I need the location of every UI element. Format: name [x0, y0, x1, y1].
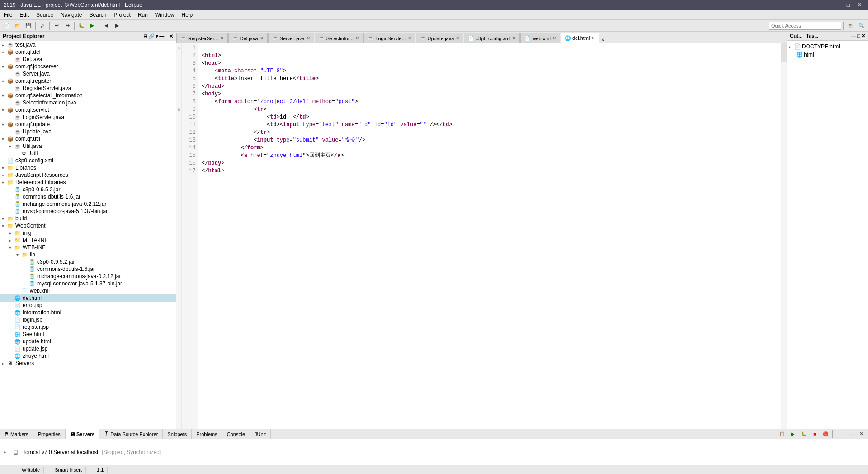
tree-item[interactable]: 🫙mchange-commons-java-0.2.12.jar: [0, 200, 176, 208]
server-row[interactable]: ▸ 🖥 Tomcat v7.0 Server at localhost [Sto…: [2, 448, 866, 457]
new-server-button[interactable]: 📋: [777, 429, 787, 439]
tab-snippets[interactable]: Snippets: [163, 429, 192, 439]
tab-c3p0config[interactable]: 📄 c3p0-config.xml ✕: [464, 33, 520, 43]
new-button[interactable]: 📄: [2, 21, 12, 31]
tree-item[interactable]: ⚙Util: [0, 150, 176, 157]
tab-close-button[interactable]: ✕: [512, 36, 516, 41]
menu-source[interactable]: Source: [33, 11, 57, 19]
undo-button[interactable]: ↩: [52, 21, 61, 31]
tab-webxml[interactable]: 📄 web.xml ✕: [520, 33, 560, 43]
tree-item[interactable]: ▾📦com.qf.servlet: [0, 106, 176, 114]
tree-item[interactable]: ☕LoginServlet.java: [0, 114, 176, 121]
tree-item[interactable]: ▾📁WEB-INF: [0, 244, 176, 251]
tree-item[interactable]: 📄error.jsp: [0, 302, 176, 309]
tab-close-button[interactable]: ✕: [220, 36, 224, 41]
print-button[interactable]: 🖨: [38, 21, 47, 31]
tab-close-button[interactable]: ✕: [552, 36, 556, 41]
tree-item[interactable]: ▸🖥Servers: [0, 360, 176, 367]
tab-close-button[interactable]: ✕: [307, 36, 310, 41]
tab-deljava[interactable]: ☕ Del.java ✕: [228, 33, 268, 43]
tab-problems[interactable]: Problems: [192, 429, 222, 439]
tree-item[interactable]: 📄web.xml: [0, 287, 176, 294]
maximize-bottom-button[interactable]: □: [845, 429, 855, 439]
tree-item[interactable]: ▾📦com.qf.del: [0, 48, 176, 56]
outline-item-html[interactable]: 🌐 html: [789, 51, 866, 59]
tab-serverjava[interactable]: ☕ Server.java ✕: [268, 33, 314, 43]
stop-server-button[interactable]: ■: [810, 429, 820, 439]
tree-item[interactable]: 📄login.jsp: [0, 316, 176, 323]
outline-item-doctype[interactable]: ▸ 📄 DOCTYPE:html: [789, 43, 866, 51]
code-content[interactable]: <html> <head> <meta charset="UTF-8"> <ti…: [198, 43, 781, 429]
tree-item[interactable]: ▾📁lib: [0, 251, 176, 258]
disconnect-server-button[interactable]: ⛔: [821, 429, 830, 439]
tree-item[interactable]: ☕SelectInformation.java: [0, 99, 176, 106]
perspective-java-button[interactable]: ☕: [845, 21, 855, 31]
debug-button[interactable]: 🐛: [76, 21, 86, 31]
tree-item[interactable]: ▾📦com.qf.register: [0, 77, 176, 85]
panel-menu-button[interactable]: ▾: [156, 33, 158, 39]
tree-item[interactable]: ▾📁WebContent: [0, 222, 176, 229]
tree-item[interactable]: ☕Del.java: [0, 56, 176, 63]
tree-item[interactable]: 🌐See.html: [0, 331, 176, 338]
tree-item[interactable]: ▸📁META-INF: [0, 237, 176, 244]
redo-button[interactable]: ↪: [62, 21, 72, 31]
tab-close-button[interactable]: ✕: [355, 36, 359, 41]
tree-item[interactable]: ☕Update.java: [0, 128, 176, 135]
close-panel-button[interactable]: ✕: [169, 33, 173, 39]
tree-item[interactable]: 🫙commons-dbutils-1.6.jar: [0, 193, 176, 200]
tree-item[interactable]: ▾📦com.qf.selectall_information: [0, 92, 176, 99]
tree-item[interactable]: 📄update.jsp: [0, 345, 176, 352]
tab-updatejava[interactable]: ☕ Update.java ✕: [416, 33, 464, 43]
start-server-button[interactable]: ▶: [788, 429, 798, 439]
quick-access-input[interactable]: [769, 22, 841, 30]
menu-help[interactable]: Help: [178, 11, 197, 19]
menu-window[interactable]: Window: [151, 11, 178, 19]
tree-item[interactable]: ▾☕Util.java: [0, 142, 176, 150]
tab-console[interactable]: Console: [222, 429, 250, 439]
tree-item[interactable]: ☕Server.java: [0, 70, 176, 77]
maximize-panel-button[interactable]: □: [165, 33, 168, 39]
tree-item[interactable]: ▸☕test.java: [0, 41, 176, 48]
menu-file[interactable]: File: [0, 11, 16, 19]
debug-server-button[interactable]: 🐛: [799, 429, 809, 439]
tree-item[interactable]: 🌐del.html: [0, 294, 176, 302]
tree-item[interactable]: ▾📁Referenced Libraries: [0, 179, 176, 186]
tab-selectinfor[interactable]: ☕ Selectinfor... ✕: [315, 33, 363, 43]
menu-search[interactable]: Search: [85, 11, 110, 19]
tab-properties[interactable]: Properties: [33, 429, 66, 439]
window-controls[interactable]: — □ ✕: [831, 2, 864, 8]
outline-close-button[interactable]: ✕: [861, 33, 865, 39]
prev-button[interactable]: ◀: [101, 21, 111, 31]
tab-close-button[interactable]: ✕: [591, 36, 595, 41]
tab-close-button[interactable]: ✕: [260, 36, 264, 41]
tree-item[interactable]: 🫙c3p0-0.9.5.2.jar: [0, 258, 176, 265]
collapse-all-button[interactable]: ⊟: [143, 33, 147, 39]
tree-item[interactable]: 🫙mchange-commons-java-0.2.12.jar: [0, 273, 176, 280]
outline-maximize-button[interactable]: □: [857, 33, 860, 39]
menu-project[interactable]: Project: [110, 11, 134, 19]
tree-item[interactable]: ▾📦com.qf.util: [0, 135, 176, 142]
tree-item[interactable]: ☕RegisterServlet.java: [0, 85, 176, 92]
maximize-button[interactable]: □: [844, 2, 853, 8]
tree-item[interactable]: ▾📁Libraries: [0, 164, 176, 171]
tab-servers[interactable]: 🖥 Servers: [66, 429, 99, 439]
close-bottom-button[interactable]: ✕: [856, 429, 866, 439]
tab-overflow-button[interactable]: »: [599, 36, 606, 43]
open-button[interactable]: 📂: [13, 21, 23, 31]
tab-close-button[interactable]: ✕: [408, 36, 411, 41]
tree-item[interactable]: 🫙c3p0-0.9.5.2.jar: [0, 186, 176, 193]
perspective-debug-button[interactable]: 🔍: [856, 21, 866, 31]
tab-delhtml[interactable]: 🌐 del.html ✕: [561, 33, 599, 43]
tab-junit[interactable]: JUnit: [250, 429, 271, 439]
tree-item[interactable]: ▸📁img: [0, 229, 176, 237]
tree-item[interactable]: ▾📦com.qf.update: [0, 121, 176, 128]
tree-item[interactable]: ▾📁build: [0, 215, 176, 222]
menu-edit[interactable]: Edit: [16, 11, 33, 19]
tree-item[interactable]: ▾📦com.qf.jdbcserver: [0, 63, 176, 70]
minimize-bottom-button[interactable]: —: [835, 429, 844, 439]
tree-item[interactable]: 🫙mysql-connector-java-5.1.37-bin.jar: [0, 280, 176, 287]
tree-item[interactable]: 🫙mysql-connector-java-5.1.37-bin.jar: [0, 208, 176, 215]
tab-datasource[interactable]: 🗄 Data Source Explorer: [99, 429, 163, 439]
menu-navigate[interactable]: Navigate: [57, 11, 85, 19]
tab-loginservlet[interactable]: ☕ LoginServle... ✕: [363, 33, 415, 43]
